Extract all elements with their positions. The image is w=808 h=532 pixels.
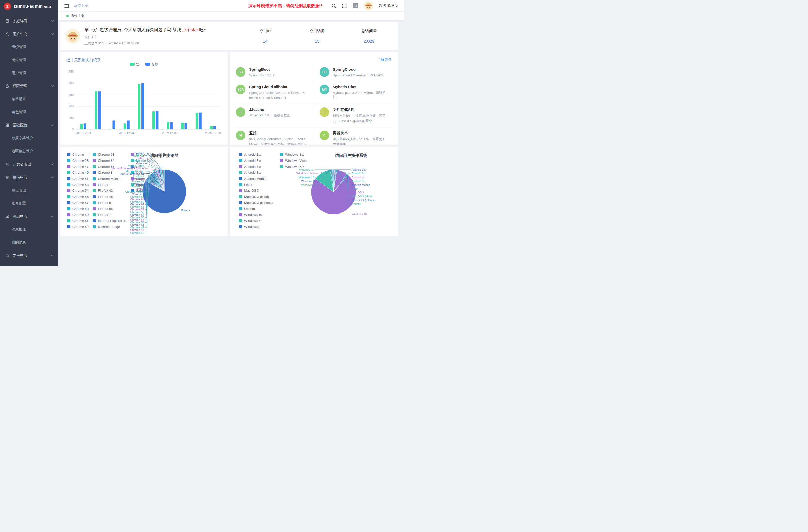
bar-总数-2019-12-05[interactable] [141,83,144,129]
legend-item[interactable]: Firefox 56 [93,206,127,212]
legend-item[interactable]: Chrome 26 [67,158,89,164]
legend-item[interactable]: Windows Vista [280,158,307,164]
bar-您-2019-12-02[interactable] [95,91,97,129]
pie-slice-Windows Vista[interactable] [332,170,333,192]
pie-slice-Android 7.x[interactable] [333,170,335,192]
sidebar-subitem[interactable]: 我的消息 [0,236,58,249]
legend-item[interactable]: Chrome 59 [67,212,89,218]
legend-item[interactable]: Chrome 64 [93,158,127,164]
sidebar-subitem[interactable]: 岗位管理 [0,54,58,67]
logo[interactable]: Z zuihou-admin cloud [0,0,58,13]
sidebar-subitem[interactable]: 用户管理 [0,67,58,79]
legend-item[interactable]: Chrome [67,152,89,158]
sidebar-subitem[interactable]: 地区信息维护 [0,145,58,158]
legend-item[interactable]: Android Mobile [239,176,273,182]
sidebar-subitem[interactable]: 账号配置 [0,197,58,210]
bar-总数-2019-12-03[interactable] [113,121,115,129]
bar-总数-2019-12-04[interactable] [127,121,130,129]
legend-item[interactable]: Chrome 58 [67,206,89,212]
legend-item[interactable]: Safari [131,176,175,182]
pie-slice-Ubuntu[interactable] [333,175,348,192]
pie-slice-Mac OS X (iPhone)[interactable] [333,174,348,192]
legend-item[interactable]: Chrome 63 [93,152,127,158]
pie-slice-Android Mobile[interactable] [333,170,336,192]
sidebar-item-1[interactable]: 用户中心 [0,27,58,41]
bar-您-2019-12-07[interactable] [167,122,169,129]
bar-legend-总数[interactable]: 总数 [145,62,159,67]
legend-item[interactable]: Chrome 49 [67,170,89,176]
legend-item[interactable]: Mobile Safari [131,158,175,164]
pie-slice-Windows 10[interactable] [311,175,356,214]
bar-总数-2019-12-02[interactable] [98,91,101,129]
bar-总数-2019-12-10[interactable] [213,126,216,129]
search-icon[interactable] [331,3,336,8]
pie-slice-Windows 8[interactable] [330,170,333,192]
sidebar-subitem[interactable]: 消息推送 [0,223,58,236]
pie-slice-Linux[interactable] [333,170,337,192]
sidebar-item-5[interactable]: 短信中心 [0,171,58,184]
pie-slice-Android 6.x[interactable] [333,170,334,192]
legend-item[interactable]: Chrome 8 [93,170,127,176]
legend-item[interactable]: Safari 11 [131,182,175,188]
bar-您-2019-12-09[interactable] [196,113,198,129]
bar-您-2019-12-01[interactable] [80,124,83,129]
sidebar-subitem[interactable]: 短信管理 [0,184,58,197]
bar-总数-2019-12-09[interactable] [199,113,202,129]
legend-item[interactable]: Opera 12 [131,170,175,176]
bar-您-2019-12-08[interactable] [181,123,184,129]
legend-item[interactable]: Android 8.x [239,170,273,176]
legend-item[interactable]: Android 7.x [239,164,273,170]
user-avatar[interactable] [364,1,373,11]
legend-item[interactable]: Mac OS X (iPhone) [239,200,273,206]
sidebar-subitem[interactable]: 菜单配置 [0,93,58,106]
sidebar-item-6[interactable]: 消息中心 [0,210,58,223]
legend-item[interactable]: Chrome 53 [67,182,89,188]
sidebar-item-3[interactable]: 基础配置 [0,118,58,132]
star-link[interactable]: 点个star [182,27,198,32]
legend-item[interactable]: Microsoft Internet Explorer [131,152,175,158]
bar-您-2019-12-05[interactable] [138,84,141,129]
pie-slice-Windows XP[interactable] [333,170,333,192]
legend-item[interactable]: Chrome 47 [67,164,89,170]
legend-item[interactable]: Opera [131,164,175,170]
bar-您-2019-12-04[interactable] [124,124,126,129]
pie-slice-Mac OS X (iPad)[interactable] [333,174,347,192]
collapse-sidebar-icon[interactable] [65,3,70,8]
legend-item[interactable]: Windows 7 [239,218,273,224]
legend-item[interactable]: Mac OS X [239,188,273,194]
legend-item[interactable]: Windows 8.1 [280,152,307,158]
legend-item[interactable]: Linux [239,182,273,188]
sidebar-item-0[interactable]: 务必详看 [0,14,58,27]
sidebar-item-2[interactable]: 权限管理 [0,79,58,93]
bar-总数-2019-12-07[interactable] [170,123,173,129]
breadcrumb[interactable]: 系统主页 [74,3,88,8]
bar-legend-您[interactable]: 您 [130,62,140,67]
legend-item[interactable]: Chrome Mobile [93,176,127,182]
bar-总数-2019-12-01[interactable] [84,124,87,129]
legend-item[interactable]: Chrome 55 [67,194,89,200]
legend-item[interactable]: Microsoft Edge [93,224,127,230]
legend-item[interactable]: Ubuntu [239,206,273,212]
user-name[interactable]: 超级管理员 [379,3,398,8]
pie-slice-Mac OS X[interactable] [333,170,347,192]
legend-item[interactable]: Android 1.x [239,152,273,158]
sidebar-subitem[interactable]: 角色管理 [0,106,58,118]
legend-item[interactable]: Mac OS X (iPad) [239,194,273,200]
legend-item[interactable]: Chrome 54 [67,188,89,194]
tab-home[interactable]: 系统主页 [62,12,89,20]
legend-item[interactable]: Chrome 62 [67,224,89,230]
sidebar-subitem[interactable]: 数据字典维护 [0,132,58,145]
sidebar-item-4[interactable]: 开发者管理 [0,158,58,171]
legend-item[interactable]: Firefox 45 [93,194,127,200]
pie-slice-Windows 8.1[interactable] [331,170,333,192]
legend-item[interactable]: Safari 9 [131,188,175,194]
bar-您-2019-12-10[interactable] [210,126,213,129]
sidebar-subitem[interactable]: 组织管理 [0,41,58,54]
fullscreen-icon[interactable] [342,3,347,8]
font-size-icon[interactable]: A+ [352,3,358,8]
legend-item[interactable]: Firefox [93,182,127,188]
legend-item[interactable]: Chrome 61 [67,218,89,224]
legend-item[interactable]: Firefox 7 [93,212,127,218]
legend-item[interactable]: Chrome 51 [67,176,89,182]
learn-more-link[interactable]: 了解更多 [378,57,391,62]
